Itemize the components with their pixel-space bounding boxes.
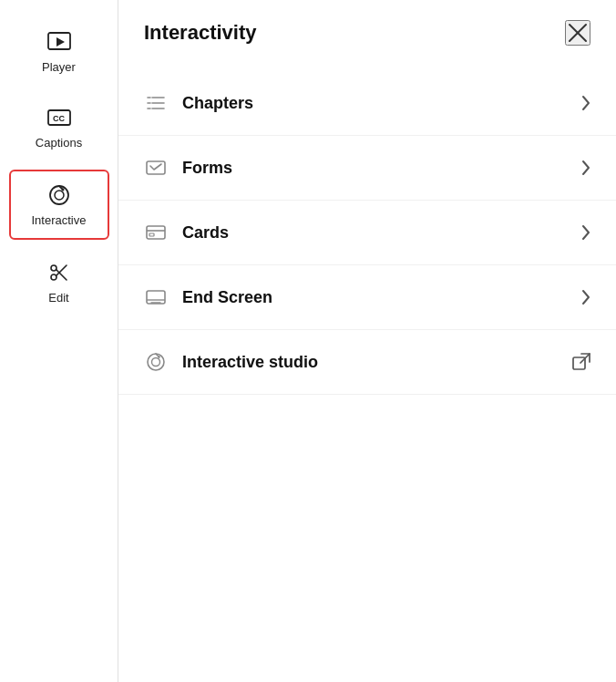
interactive-studio-label: Interactive studio <box>182 353 558 372</box>
svg-point-27 <box>148 354 164 370</box>
chapters-label: Chapters <box>182 94 567 113</box>
cards-icon <box>144 221 168 244</box>
sidebar-item-player[interactable]: Player <box>9 18 109 85</box>
sidebar-item-edit-label: Edit <box>48 291 68 305</box>
menu-item-interactive-studio[interactable]: Interactive studio <box>118 330 616 395</box>
player-icon <box>46 29 72 55</box>
panel-header: Interactivity <box>118 0 616 62</box>
svg-point-7 <box>61 189 64 191</box>
svg-point-4 <box>50 186 68 204</box>
end-screen-chevron <box>581 289 590 305</box>
sidebar-item-edit[interactable]: Edit <box>9 249 109 315</box>
sidebar-item-interactive[interactable]: Interactive <box>9 170 109 240</box>
menu-item-end-screen[interactable]: End Screen <box>118 265 616 330</box>
panel-title: Interactivity <box>144 21 257 45</box>
cards-chevron <box>581 224 590 241</box>
sidebar-item-interactive-label: Interactive <box>32 213 87 227</box>
edit-icon <box>46 260 72 285</box>
interactivity-panel: Interactivity Chapters <box>118 0 616 682</box>
interactive-icon <box>46 182 72 208</box>
menu-item-forms[interactable]: Forms <box>118 136 616 201</box>
sidebar-item-player-label: Player <box>42 60 76 74</box>
end-screen-icon <box>144 285 168 309</box>
cards-label: Cards <box>182 223 567 243</box>
forms-label: Forms <box>182 159 567 178</box>
forms-chevron <box>581 160 590 176</box>
svg-rect-24 <box>147 291 165 304</box>
svg-point-30 <box>158 356 160 358</box>
sidebar-item-captions[interactable]: CC Captions <box>9 94 109 160</box>
svg-rect-23 <box>149 233 154 236</box>
interactive-studio-icon <box>144 350 168 374</box>
interactive-studio-external-icon <box>572 353 590 371</box>
menu-item-cards[interactable]: Cards <box>118 201 616 265</box>
svg-text:CC: CC <box>53 114 65 123</box>
menu-item-chapters[interactable]: Chapters <box>118 71 616 136</box>
forms-icon <box>144 156 168 180</box>
end-screen-label: End Screen <box>182 288 567 307</box>
svg-rect-21 <box>147 226 165 239</box>
chapters-icon <box>144 91 168 115</box>
menu-list: Chapters Forms <box>118 62 616 682</box>
chapters-chevron <box>581 95 590 111</box>
captions-icon: CC <box>46 105 72 130</box>
svg-point-28 <box>152 358 160 367</box>
svg-point-5 <box>55 191 64 200</box>
sidebar-item-captions-label: Captions <box>36 136 82 150</box>
close-icon <box>568 23 588 43</box>
sidebar: Player CC Captions Interactive <box>0 0 118 682</box>
svg-marker-1 <box>56 37 65 46</box>
close-button[interactable] <box>565 20 590 46</box>
